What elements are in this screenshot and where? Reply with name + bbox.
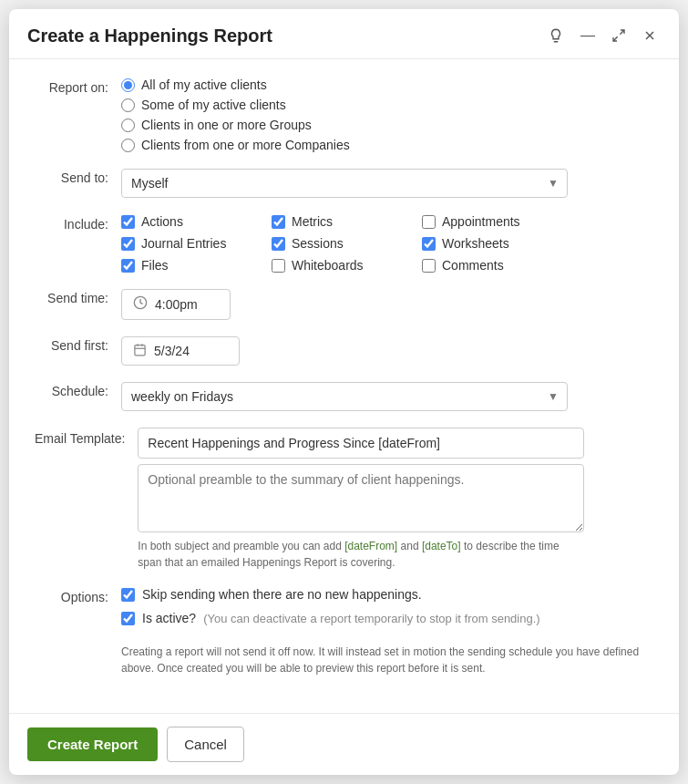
send-time-value: 4:00pm — [155, 297, 198, 312]
option-is-active-label: Is active? — [142, 611, 196, 625]
option-skip-no-happenings-input[interactable] — [121, 588, 135, 602]
checkbox-worksheets[interactable]: Worksheets — [422, 236, 572, 251]
radio-companies-label: Clients from one or more Companies — [141, 138, 350, 152]
radio-groups[interactable]: Clients in one or more Groups — [121, 118, 350, 132]
expand-icon — [611, 28, 626, 43]
lightbulb-button[interactable] — [544, 24, 568, 47]
schedule-label: Schedule: — [35, 382, 121, 398]
radio-groups-label: Clients in one or more Groups — [141, 118, 312, 132]
option-is-active[interactable]: Is active? (You can deactivate a report … — [121, 611, 653, 625]
date-to-hint: [dateTo] — [422, 540, 461, 552]
checkbox-whiteboards-label: Whiteboards — [292, 258, 364, 273]
report-on-row: Report on: All of my active clients Some… — [35, 77, 653, 152]
send-first-value: 5/3/24 — [154, 344, 190, 358]
checkbox-files[interactable]: Files — [121, 258, 272, 273]
send-to-select-wrapper: Myself ▼ — [121, 169, 568, 198]
checkbox-comments-label: Comments — [442, 258, 504, 273]
email-body-textarea[interactable] — [138, 464, 584, 532]
create-note: Creating a report will not send it off n… — [121, 644, 653, 676]
cancel-button[interactable]: Cancel — [167, 727, 244, 762]
options-row: Options: Skip sending when there are no … — [35, 587, 653, 676]
schedule-select[interactable]: weekly on Fridays daily monthly — [121, 382, 568, 411]
schedule-select-wrapper: weekly on Fridays daily monthly ▼ — [121, 382, 568, 411]
checkbox-sessions-input[interactable] — [272, 237, 285, 251]
option-skip-no-happenings[interactable]: Skip sending when there are no new happe… — [121, 587, 653, 602]
send-to-row: Send to: Myself ▼ — [35, 169, 653, 198]
include-label: Include: — [35, 214, 121, 232]
create-report-button[interactable]: Create Report — [27, 727, 158, 761]
checkbox-whiteboards[interactable]: Whiteboards — [272, 258, 422, 273]
options-section: Skip sending when there are no new happe… — [121, 587, 653, 676]
radio-all-clients-label: All of my active clients — [141, 77, 267, 92]
send-time-row: Send time: 4:00pm — [35, 289, 653, 320]
email-template-section: In both subject and preamble you can add… — [138, 428, 584, 571]
checkbox-actions-input[interactable] — [121, 215, 135, 229]
report-on-options: All of my active clients Some of my acti… — [121, 77, 350, 152]
option-is-active-input[interactable] — [121, 612, 135, 625]
report-on-label: Report on: — [35, 77, 121, 95]
radio-all-clients[interactable]: All of my active clients — [121, 77, 350, 92]
date-from-hint: [dateFrom] — [344, 540, 397, 552]
lightbulb-icon — [548, 27, 564, 44]
schedule-row: Schedule: weekly on Fridays daily monthl… — [35, 382, 653, 411]
send-first-input[interactable]: 5/3/24 — [121, 336, 240, 366]
dialog-body: Report on: All of my active clients Some… — [9, 59, 679, 713]
send-time-input[interactable]: 4:00pm — [121, 289, 231, 320]
expand-button[interactable] — [608, 25, 630, 46]
checkbox-whiteboards-input[interactable] — [272, 259, 285, 273]
dialog-title: Create a Happenings Report — [27, 26, 272, 46]
checkbox-journal-entries-label: Journal Entries — [141, 236, 226, 251]
checkbox-metrics-input[interactable] — [272, 215, 285, 229]
option-skip-no-happenings-label: Skip sending when there are no new happe… — [142, 587, 422, 602]
radio-all-clients-input[interactable] — [121, 78, 135, 92]
radio-some-clients-label: Some of my active clients — [141, 98, 286, 112]
svg-line-1 — [613, 36, 618, 41]
checkbox-journal-entries-input[interactable] — [121, 237, 135, 251]
clock-icon — [133, 295, 148, 314]
email-hint: In both subject and preamble you can add… — [138, 538, 584, 571]
create-happenings-report-dialog: Create a Happenings Report — — [9, 9, 679, 775]
checkbox-appointments[interactable]: Appointments — [422, 214, 572, 229]
options-label: Options: — [35, 587, 121, 604]
email-subject-input[interactable] — [138, 428, 584, 459]
checkbox-appointments-input[interactable] — [422, 215, 436, 229]
svg-line-0 — [620, 30, 624, 35]
checkbox-worksheets-label: Worksheets — [442, 236, 509, 251]
checkbox-metrics-label: Metrics — [292, 214, 333, 229]
radio-some-clients[interactable]: Some of my active clients — [121, 98, 350, 112]
checkbox-appointments-label: Appointments — [442, 214, 520, 229]
radio-companies-input[interactable] — [121, 139, 135, 152]
send-first-label: Send first: — [35, 336, 121, 353]
checkbox-sessions[interactable]: Sessions — [272, 236, 422, 251]
radio-some-clients-input[interactable] — [121, 98, 135, 112]
send-time-label: Send time: — [35, 289, 121, 305]
checkbox-sessions-label: Sessions — [292, 236, 344, 251]
email-template-label: Email Template: — [35, 428, 138, 449]
header-icons: — — [544, 24, 661, 47]
send-to-label: Send to: — [35, 169, 121, 185]
checkbox-files-label: Files — [141, 258, 169, 273]
minimize-button[interactable]: — — [577, 24, 599, 47]
include-row: Include: Actions Metrics Appointments Jo… — [35, 214, 653, 273]
email-template-row: Email Template: In both subject and prea… — [35, 428, 653, 571]
send-to-select[interactable]: Myself — [121, 169, 568, 198]
checkbox-actions-label: Actions — [141, 214, 183, 229]
minimize-icon: — — [580, 27, 595, 44]
close-button[interactable] — [639, 25, 661, 46]
svg-rect-5 — [135, 346, 145, 356]
checkbox-files-input[interactable] — [121, 259, 135, 273]
calendar-icon — [133, 343, 147, 359]
send-first-row: Send first: 5/3/24 — [35, 336, 653, 366]
radio-groups-input[interactable] — [121, 119, 135, 132]
option-is-active-hint: (You can deactivate a report temporarily… — [203, 612, 539, 625]
checkbox-metrics[interactable]: Metrics — [272, 214, 422, 229]
checkbox-comments[interactable]: Comments — [422, 258, 572, 273]
checkbox-actions[interactable]: Actions — [121, 214, 272, 229]
dialog-footer: Create Report Cancel — [9, 713, 679, 775]
checkbox-worksheets-input[interactable] — [422, 237, 436, 251]
checkbox-comments-input[interactable] — [422, 259, 436, 273]
radio-companies[interactable]: Clients from one or more Companies — [121, 138, 350, 152]
include-checkboxes: Actions Metrics Appointments Journal Ent… — [121, 214, 572, 273]
checkbox-journal-entries[interactable]: Journal Entries — [121, 236, 272, 251]
dialog-header: Create a Happenings Report — — [9, 9, 679, 59]
